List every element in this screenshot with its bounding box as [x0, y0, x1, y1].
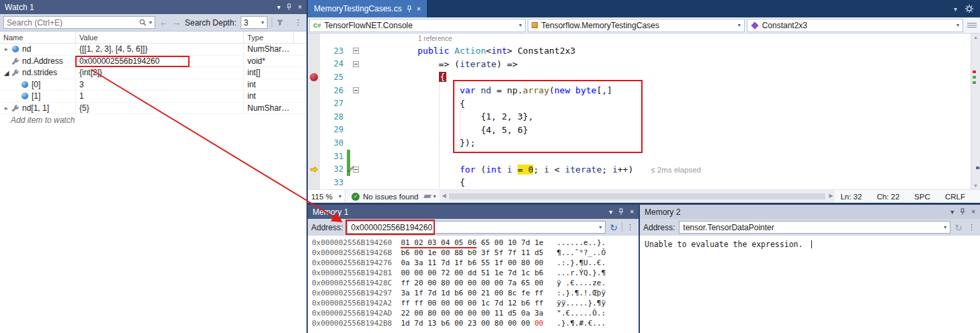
memory1-rows[interactable]: 0x000002556B194260 01 02 03 04 05 06 65 …: [308, 236, 639, 333]
pin-icon[interactable]: [960, 208, 965, 216]
code-text[interactable]: {4, 5, 6}: [361, 125, 528, 135]
scroll-up-icon[interactable]: ▲: [971, 35, 980, 40]
watch-row[interactable]: [0]3int: [0, 79, 307, 91]
code-line-29[interactable]: 29 {4, 5, 6}: [308, 124, 971, 137]
expander-icon[interactable]: ▸: [2, 105, 11, 111]
code-line-25[interactable]: 25 {: [308, 70, 971, 84]
editor-horizontal-scrollbar[interactable]: ◀ ▶: [440, 190, 835, 203]
search-prev-button[interactable]: ←: [159, 17, 168, 28]
document-health[interactable]: ✓ No issues found: [345, 193, 424, 201]
memory1-address-input[interactable]: 0x000002556B194260 ▾: [347, 221, 606, 234]
code-text[interactable]: for (int i = 0; i < iterate; i++)≤ 2ms e…: [361, 164, 701, 175]
zoom-select[interactable]: 115 % ▾: [308, 190, 345, 203]
code-text[interactable]: });: [361, 138, 475, 148]
code-line-27[interactable]: 27 {: [308, 97, 971, 110]
code-text[interactable]: => (iterate) =>: [361, 59, 518, 69]
filter-icon[interactable]: [276, 19, 284, 26]
memory1-titlebar[interactable]: Memory 1 ▾ ×: [308, 205, 639, 219]
memory2-address-input[interactable]: tensor.TensorDataPointer ▾: [679, 221, 950, 234]
memory-bytes: b6 00 1e 00 88 b0 3f 5f 7f 11 d5: [401, 248, 543, 257]
watch-row[interactable]: ▸nd[1, 1]{5}NumShar…: [0, 103, 307, 115]
scroll-right-icon[interactable]: ▶: [829, 193, 833, 199]
split-window-button[interactable]: [967, 21, 977, 30]
code-text[interactable]: {: [361, 177, 465, 187]
search-options-chevron-icon[interactable]: ▾: [149, 19, 152, 26]
code-cleanup-button[interactable]: ▾: [424, 193, 440, 199]
watch-titlebar[interactable]: Watch 1 ▾ ×: [0, 0, 307, 14]
editor-vertical-scrollbar[interactable]: ▲ ▼: [971, 34, 980, 189]
tab-list-chevron-icon[interactable]: ▾: [954, 5, 957, 13]
code-text[interactable]: var nd = np.array(new byte[,]: [361, 85, 612, 95]
code-line-33[interactable]: 33 {: [308, 176, 971, 189]
collapse-icon[interactable]: [353, 87, 359, 93]
refresh-icon[interactable]: ↻: [610, 223, 618, 232]
memory-row[interactable]: 0x000002556B19428C ff 20 00 80 00 00 00 …: [312, 278, 639, 288]
code-line-26[interactable]: 26 var nd = np.array(new byte[,]: [308, 84, 971, 97]
scrollbar-thumb[interactable]: [449, 193, 825, 199]
code-line-24[interactable]: 24 => (iterate) =>: [308, 58, 971, 71]
column-header-type[interactable]: Type: [244, 32, 294, 43]
window-position-chevron-icon[interactable]: ▾: [277, 4, 280, 11]
type-dropdown[interactable]: Tensorflow.MemoryTestingCases ▾: [528, 19, 744, 32]
search-next-button[interactable]: →: [172, 17, 181, 28]
close-icon[interactable]: ×: [298, 4, 302, 11]
memory2-titlebar[interactable]: Memory 2 ▾ ×: [640, 205, 980, 219]
window-position-chevron-icon[interactable]: ▾: [609, 209, 612, 216]
expander-icon[interactable]: ▸: [2, 46, 11, 52]
add-watch-item[interactable]: Add item to watch: [0, 115, 75, 125]
glyph-margin[interactable]: [308, 73, 320, 81]
watch-row[interactable]: ◢nd.strides{int[2]}int[]: [0, 67, 307, 79]
memory-row[interactable]: 0x000002556B194297 3a 1f 7d 1d b6 00 21 …: [312, 288, 639, 298]
memory-row[interactable]: 0x000002556B1942B8 1d 7d 13 b6 00 23 00 …: [312, 318, 639, 328]
code-text[interactable]: {: [361, 99, 465, 109]
code-text[interactable]: {1, 2, 3},: [361, 111, 533, 122]
chevron-down-icon: ▾: [519, 22, 522, 28]
memory-row[interactable]: 0x000002556B1942AD 22 00 80 00 00 00 00 …: [312, 308, 639, 318]
pin-icon[interactable]: [407, 5, 412, 13]
toolbar-overflow-icon[interactable]: ⋮: [626, 223, 635, 232]
close-icon[interactable]: ×: [971, 209, 975, 216]
outline-margin: [350, 61, 361, 67]
collapse-icon[interactable]: [353, 61, 359, 67]
code-text[interactable]: public Action<int> Constant2x3: [361, 46, 575, 56]
pin-icon[interactable]: [618, 208, 624, 216]
code-line-32[interactable]: 32 for (int i = 0; i < iterate; i++)≤ 2m…: [308, 162, 971, 176]
member-dropdown[interactable]: Constant2x3 ▾: [747, 19, 963, 32]
pin-icon[interactable]: [286, 3, 292, 11]
tab-memorytestingcases[interactable]: MemoryTestingCases.cs ×: [308, 0, 427, 17]
scroll-left-icon[interactable]: ◀: [442, 193, 446, 199]
close-icon[interactable]: ×: [630, 209, 634, 216]
memory-row[interactable]: 0x000002556B194260 01 02 03 04 05 06 65 …: [312, 238, 639, 248]
memory-row[interactable]: 0x000002556B1942A2 ff ff 00 00 00 00 1c …: [312, 298, 639, 308]
column-header-value[interactable]: Value: [76, 32, 244, 43]
toolbar-overflow-icon[interactable]: ⋮: [294, 18, 303, 27]
column-header-name[interactable]: Name: [0, 32, 76, 43]
expander-icon[interactable]: ◢: [2, 69, 11, 77]
breakpoint-icon[interactable]: [310, 73, 318, 81]
code-line-28[interactable]: 28 {1, 2, 3},: [308, 110, 971, 124]
watch-row[interactable]: ▸nd{[[1, 2, 3], [4, 5, 6]]}NumShar…: [0, 44, 307, 56]
window-position-chevron-icon[interactable]: ▾: [950, 209, 954, 216]
project-dropdown[interactable]: C# TensorFlowNET.Console ▾: [309, 19, 526, 32]
memory-bytes: 00 00 00 72 00 dd 51 1e 7d 1c b6: [401, 269, 543, 277]
collapse-icon[interactable]: [353, 48, 359, 54]
memory2-message-area[interactable]: Unable to evaluate the expression.: [640, 236, 812, 249]
search-depth-select[interactable]: 3 ▾: [241, 16, 268, 29]
memory-row[interactable]: 0x000002556B194281 00 00 00 72 00 dd 51 …: [312, 268, 639, 278]
refresh-icon[interactable]: ↻: [954, 223, 963, 232]
gear-icon[interactable]: [965, 5, 973, 13]
glyph-margin[interactable]: [308, 166, 320, 173]
watch-row[interactable]: nd.Address0x000002556b194260void*: [0, 56, 307, 68]
scroll-down-icon[interactable]: ▼: [971, 183, 980, 188]
toolbar-overflow-icon[interactable]: ⋮: [968, 223, 977, 232]
code-line-23[interactable]: 23 public Action<int> Constant2x3: [308, 44, 971, 58]
code-editor[interactable]: 1 reference 23 public Action<int> Consta…: [308, 34, 971, 189]
search-input[interactable]: Search (Ctrl+E) ▾: [3, 16, 155, 29]
memory-row[interactable]: 0x000002556B19426B b6 00 1e 00 88 b0 3f …: [312, 248, 639, 258]
watch-row[interactable]: [1]1int: [0, 91, 307, 103]
code-line-30[interactable]: 30 });: [308, 136, 971, 150]
code-text[interactable]: {: [361, 72, 446, 82]
memory-row[interactable]: 0x000002556B194276 0a 3a 11 7d 1f b6 55 …: [312, 258, 639, 268]
code-line-31[interactable]: 31: [308, 150, 971, 163]
close-icon[interactable]: ×: [417, 5, 421, 13]
